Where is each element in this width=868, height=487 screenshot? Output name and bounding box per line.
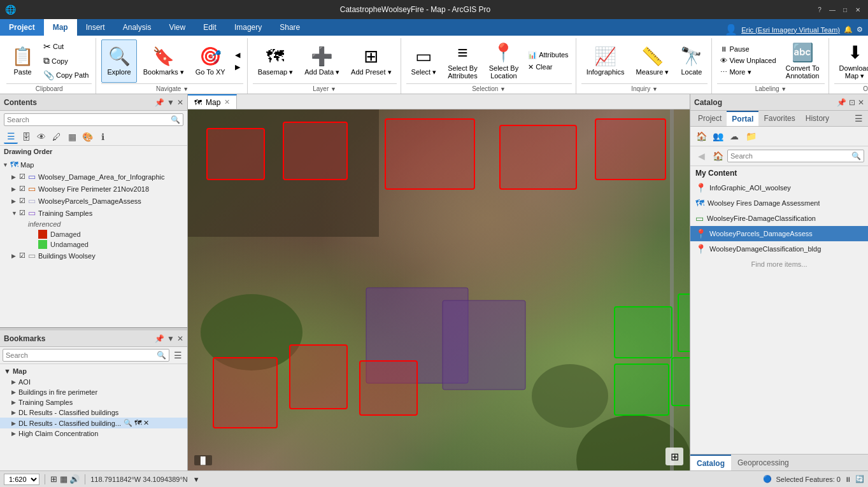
catalog-close-icon[interactable]: ✕ [858,98,864,107]
my-content-btn[interactable]: 🏠 [694,129,708,143]
select-attributes-button[interactable]: ≡ Select ByAttributes [443,39,482,83]
parcels-check[interactable]: ☑ [19,197,28,205]
paste-button[interactable]: 📋 Paste [6,39,39,83]
catalog-search-input[interactable] [730,152,851,160]
catalog-float-icon[interactable]: ⊡ [849,98,855,107]
bookmark-aoi[interactable]: ▶ AOI [0,377,187,387]
pause-btn[interactable]: ⏸ [844,476,851,483]
measure-button[interactable]: 📏 Measure ▾ [631,39,674,83]
contents-pin-icon[interactable]: 📌 [155,98,164,107]
download-map-button[interactable]: ⬇ DownloadMap ▾ [834,39,868,83]
damage-area-check[interactable]: ☑ [19,173,28,181]
notifications-icon[interactable]: 🔔 [844,25,853,34]
nav-back-button[interactable]: ◀ [232,50,243,60]
nav-forward-button[interactable]: ▶ [232,62,243,73]
my-org-btn[interactable]: 👥 [711,129,725,143]
catalog-tab-portal[interactable]: Portal [727,111,758,126]
pause-button[interactable]: ⏸ Pause [717,44,779,54]
living-atlas-btn[interactable]: ☁ [727,129,741,143]
catalog-bottom-tab-catalog[interactable]: Catalog [690,455,731,470]
catalog-pin-icon[interactable]: 📌 [837,98,846,107]
bookmark-buildings-fire[interactable]: ▶ Buildings in fire perimeter [0,387,187,397]
goto-xy-button[interactable]: 🎯 Go To XY [190,39,231,83]
catalog-item-infographic-aoi[interactable]: 📍 InfoGraphic_AOI_woolsey [690,180,868,195]
infographics-button[interactable]: 📈 Infographics [581,39,630,83]
map-tab[interactable]: 🗺 Map ✕ [188,94,237,109]
minimize-btn[interactable]: — [827,4,837,15]
fire-perimeter-check[interactable]: ☑ [19,185,28,193]
bookmark-dl-classified-active[interactable]: ▶ DL Results - Classified building... 🔍 … [0,418,187,428]
catalog-tab-history[interactable]: History [800,111,834,125]
cut-button[interactable]: ✂ Cut [40,40,92,53]
tab-share[interactable]: Share [271,19,309,36]
bookmarks-button[interactable]: 🔖 Bookmarks ▾ [138,39,189,83]
tab-edit[interactable]: Edit [194,19,225,36]
bookmarks-menu-icon[interactable]: ▼ [167,334,174,343]
bookmarks-close-icon[interactable]: ✕ [177,334,183,343]
convert-annotation-button[interactable]: 🔤 Convert ToAnnotation [781,39,825,83]
contents-close-icon[interactable]: ✕ [177,98,183,107]
bookmark-dl-classified[interactable]: ▶ DL Results - Classified buildings [0,407,187,418]
scale-select[interactable]: 1:620 [4,474,39,485]
settings-icon[interactable]: ⚙ [857,25,863,34]
catalog-home-btn[interactable]: 🏠 [711,149,725,163]
catalog-menu-btn[interactable]: ☰ [852,111,865,126]
basemap-button[interactable]: 🗺 Basemap ▾ [253,39,299,83]
catalog-bottom-tab-geoprocessing[interactable]: Geoprocessing [731,455,795,470]
tree-item-training[interactable]: ▼ ☑ ▭ Training Samples [0,207,187,219]
tree-item-map[interactable]: ▼ 🗺 Map [0,159,187,171]
user-name[interactable]: Eric (Esri Imagery Virtual Team) [741,26,840,34]
locate-button[interactable]: 🔭 Locate [675,39,708,83]
tab-imagery[interactable]: Imagery [225,19,271,36]
add-data-button[interactable]: ➕ Add Data ▾ [299,39,345,83]
refresh-btn[interactable]: 🔄 [855,475,864,483]
catalog-item-fires-damage[interactable]: 🗺 Woolsey Fires Damage Assessment [690,195,868,211]
tab-map[interactable]: Map [44,19,77,36]
map-canvas[interactable]: ▐▌ ⊞ [188,109,690,470]
tab-insert[interactable]: Insert [77,19,114,36]
attributes-button[interactable]: 📊 Attributes [525,50,571,60]
select-location-button[interactable]: 📍 Select ByLocation [484,39,523,83]
find-more-items[interactable]: Find more items... [690,257,868,272]
catalog-tab-favorites[interactable]: Favorites [758,111,800,125]
tree-item-buildings[interactable]: ▶ ☑ ▭ Buildings Woolsey [0,250,187,262]
bookmarks-pin-icon[interactable]: 📌 [155,334,164,343]
tree-item-damage-area[interactable]: ▶ ☑ ▭ Woolsey_Damage_Area_for_Infographi… [0,171,187,183]
bookmark-group-map[interactable]: ▼ Map [0,365,187,377]
coord-dropdown-icon[interactable]: ▼ [193,476,200,483]
copy-path-button[interactable]: 📎 Copy Path [40,69,92,81]
clear-button[interactable]: ✕ Clear [525,62,571,73]
bookmark-training-samples[interactable]: ▶ Training Samples [0,397,187,407]
close-btn[interactable]: ✕ [853,4,863,15]
list-by-charting-btn[interactable]: ℹ [96,130,110,144]
map-corner-btn[interactable]: ⊞ [665,448,683,465]
list-by-visibility-btn[interactable]: 👁 [34,130,48,144]
add-preset-button[interactable]: ⊞ Add Preset ▾ [346,39,396,83]
copy-button[interactable]: ⧉ Copy [40,54,92,67]
tree-item-parcels[interactable]: ▶ ☑ ▭ WoolseyParcels_DamageAssess [0,195,187,207]
map-tab-close[interactable]: ✕ [224,98,230,106]
tab-analysis[interactable]: Analysis [114,19,160,36]
maximize-btn[interactable]: □ [840,4,850,15]
list-by-labeling-btn[interactable]: 🎨 [80,130,94,144]
catalog-item-fire-class[interactable]: ▭ WoolseyFire-DamageClassification [690,211,868,226]
list-by-source-btn[interactable]: 🗄 [19,130,33,144]
view-unplaced-button[interactable]: 👁 View Unplaced [717,55,779,66]
explore-button[interactable]: 🔍 Explore [101,39,136,83]
draw-order-btn[interactable]: ☰ [4,130,18,144]
list-by-editing-btn[interactable]: ▦ [65,130,79,144]
catalog-item-damage-bldg[interactable]: 📍 WoolseyDamageClassification_bldg [690,241,868,257]
catalog-back-btn[interactable]: ◀ [694,149,708,163]
buildings-check[interactable]: ☑ [19,251,28,260]
my-groups-btn[interactable]: 📁 [744,129,758,143]
more-labeling-button[interactable]: ⋯ More ▾ [717,67,779,78]
bookmarks-list-btn[interactable]: ☰ [171,348,185,362]
contents-search-input[interactable] [7,116,171,124]
bookmark-high-claim[interactable]: ▶ High Claim Concentration [0,428,187,439]
help-btn[interactable]: ? [815,4,825,15]
select-button[interactable]: ▭ Select ▾ [406,39,442,83]
bookmarks-search-input[interactable] [6,351,157,359]
list-by-selection-btn[interactable]: 🖊 [50,130,64,144]
training-check[interactable]: ☑ [19,209,28,217]
catalog-tab-project[interactable]: Project [693,111,727,125]
